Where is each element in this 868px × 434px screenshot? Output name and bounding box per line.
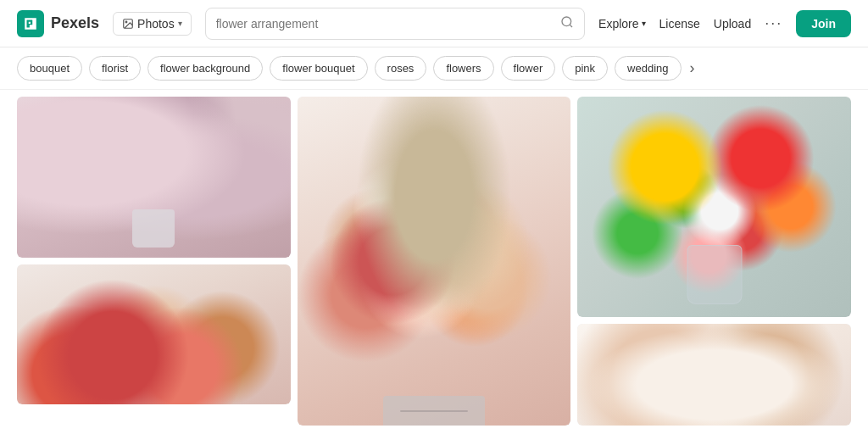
search-bar[interactable] [205,8,585,40]
nav-links: Explore ▾ License Upload ··· [598,14,782,32]
logo-text: Pexels [51,14,99,32]
photo-card[interactable] [17,97,291,258]
tag-bouquet[interactable]: bouquet [17,56,82,81]
photo-gallery [0,90,868,432]
more-options-button[interactable]: ··· [765,14,782,32]
tag-pink[interactable]: pink [562,56,608,81]
join-button[interactable]: Join [796,10,851,37]
pexels-logo-icon [17,10,44,37]
photos-chevron-icon: ▾ [178,19,182,28]
tag-flower[interactable]: flower [501,56,556,81]
photo-card[interactable] [577,97,851,317]
photo-card[interactable] [298,97,571,426]
gallery-column-3 [577,97,851,426]
gallery-column-1 [17,97,291,426]
upload-link[interactable]: Upload [714,17,751,31]
tag-florist[interactable]: florist [89,56,141,81]
svg-point-2 [562,17,571,26]
photo-card[interactable] [577,324,851,426]
tags-row: bouquet florist flower background flower… [0,47,868,90]
photos-dropdown-button[interactable]: Photos ▾ [113,12,192,36]
search-input[interactable] [216,17,554,31]
license-link[interactable]: License [659,17,700,31]
tag-roses[interactable]: roses [375,56,427,81]
tags-more-icon[interactable]: › [690,59,695,77]
photo-card[interactable] [17,264,291,404]
search-icon [560,15,574,32]
gallery-column-2 [298,97,571,426]
logo-link[interactable]: Pexels [17,10,99,37]
tag-flower-background[interactable]: flower background [147,56,263,81]
explore-chevron-icon: ▾ [642,19,646,28]
tag-flowers[interactable]: flowers [433,56,493,81]
svg-point-1 [125,21,127,23]
photos-label: Photos [137,17,175,31]
tag-wedding[interactable]: wedding [615,56,681,81]
tag-flower-bouquet[interactable]: flower bouquet [270,56,367,81]
explore-link[interactable]: Explore ▾ [598,17,645,31]
photos-icon [122,18,134,30]
site-header: Pexels Photos ▾ Explore ▾ License Upload… [0,0,868,47]
